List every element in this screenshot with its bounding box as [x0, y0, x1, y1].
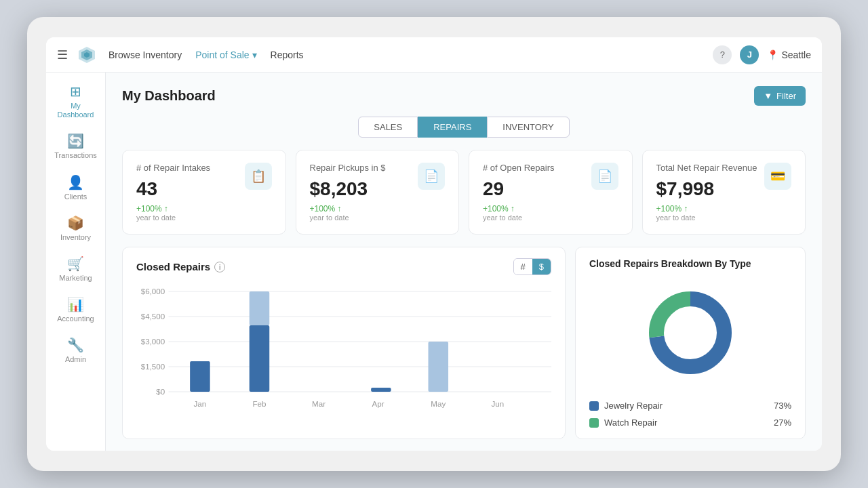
svg-text:Apr: Apr	[372, 400, 384, 408]
watch-color-swatch	[589, 418, 599, 428]
user-avatar[interactable]: J	[740, 45, 759, 64]
stat-label-net-revenue: Total Net Repair Revenue	[656, 163, 757, 173]
clients-icon: 👤	[67, 174, 84, 190]
svg-text:$3,000: $3,000	[141, 338, 165, 346]
stat-card-repair-pickups: Repair Pickups in $ $8,203 +100% ↑ year …	[296, 150, 460, 235]
nav-links: Browse Inventory Point of Sale ▾ Reports	[108, 49, 713, 60]
stat-value-open-repairs: 29	[483, 178, 555, 200]
stat-label-open-repairs: # of Open Repairs	[483, 163, 555, 173]
app-container: ☰ Browse Inventory Point of Sale ▾ Repor…	[46, 37, 822, 451]
sidebar-label-inventory: Inventory	[60, 233, 91, 242]
svg-text:Feb: Feb	[252, 400, 266, 408]
nav-browse-inventory[interactable]: Browse Inventory	[108, 49, 182, 60]
stat-cards: # of Repair Intakes 43 +100% ↑ year to d…	[122, 150, 806, 235]
sidebar-item-dashboard[interactable]: ⊞ My Dashboard	[50, 78, 102, 125]
nav-point-of-sale[interactable]: Point of Sale ▾	[195, 49, 256, 60]
stat-icon-repair-pickups: 📄	[418, 163, 445, 190]
svg-text:$0: $0	[156, 388, 165, 396]
chart-toggle: # $	[513, 258, 551, 275]
svg-text:$1,500: $1,500	[141, 363, 165, 371]
inventory-icon: 📦	[67, 215, 84, 231]
svg-rect-14	[250, 291, 270, 325]
svg-rect-13	[190, 361, 210, 392]
sidebar-item-transactions[interactable]: 🔄 Transactions	[50, 127, 102, 165]
location-selector[interactable]: 📍 Seattle	[767, 49, 811, 60]
page-title: My Dashboard	[122, 88, 216, 104]
accounting-icon: 📊	[67, 296, 84, 312]
sidebar-label-accounting: Accounting	[57, 314, 94, 323]
stat-period-net-revenue: year to date	[656, 214, 757, 222]
app-logo	[76, 44, 98, 66]
stat-change-open-repairs: +100% ↑	[483, 204, 555, 214]
sidebar-item-clients[interactable]: 👤 Clients	[50, 169, 102, 207]
bar-chart-card: Closed Repairs i # $	[122, 247, 566, 439]
stat-label-repair-intakes: # of Repair Intakes	[136, 163, 210, 173]
legend-label-watch: Watch Repair	[604, 418, 657, 428]
nav-right: ? J 📍 Seattle	[713, 45, 811, 64]
marketing-icon: 🛒	[67, 256, 84, 272]
bar-chart: $6,000 $4,500 $3,000 $1,500 $0	[136, 285, 551, 420]
jewelry-color-swatch	[589, 401, 599, 411]
legend-item-jewelry: Jewelry Repair 73%	[589, 401, 791, 411]
filter-button[interactable]: ▼ Filter	[754, 86, 806, 106]
dashboard-icon: ⊞	[70, 83, 81, 100]
stat-change-repair-pickups: +100% ↑	[310, 204, 386, 214]
stat-card-net-revenue: Total Net Repair Revenue $7,998 +100% ↑ …	[642, 150, 806, 235]
sidebar-label-transactions: Transactions	[54, 151, 97, 160]
sidebar-label-marketing: Marketing	[59, 274, 92, 283]
donut-chart-card: Closed Repairs Breakdown By Type	[575, 247, 806, 439]
svg-text:$6,000: $6,000	[141, 287, 165, 296]
tab-inventory[interactable]: INVENTORY	[487, 117, 569, 138]
svg-text:$4,500: $4,500	[141, 312, 165, 321]
svg-text:Mar: Mar	[312, 400, 326, 408]
arrow-up-icon: ↑	[684, 204, 688, 214]
tab-bar: SALES REPAIRS INVENTORY	[122, 117, 806, 138]
chart-toggle-dollar[interactable]: $	[532, 259, 551, 274]
donut-chart	[589, 279, 791, 387]
legend-label-jewelry: Jewelry Repair	[604, 401, 663, 411]
arrow-up-icon: ↑	[511, 204, 515, 214]
stat-period-open-repairs: year to date	[483, 214, 555, 222]
stat-card-repair-intakes: # of Repair Intakes 43 +100% ↑ year to d…	[122, 150, 286, 235]
stat-value-repair-pickups: $8,203	[310, 178, 386, 200]
main-content: My Dashboard ▼ Filter SALES REPAIRS INVE…	[106, 73, 822, 451]
chart-title: Closed Repairs i	[136, 261, 225, 272]
hamburger-icon[interactable]: ☰	[57, 47, 68, 62]
chevron-down-icon: ▾	[252, 49, 257, 60]
bottom-section: Closed Repairs i # $	[122, 247, 806, 439]
sidebar-item-accounting[interactable]: 📊 Accounting	[50, 291, 102, 329]
sidebar-item-marketing[interactable]: 🛒 Marketing	[50, 250, 102, 288]
legend-item-watch: Watch Repair 27%	[589, 418, 791, 428]
nav-reports[interactable]: Reports	[271, 49, 304, 60]
stat-value-repair-intakes: 43	[136, 178, 210, 200]
stat-change-repair-intakes: +100% ↑	[136, 204, 210, 214]
top-nav: ☰ Browse Inventory Point of Sale ▾ Repor…	[46, 37, 822, 73]
chart-header: Closed Repairs i # $	[136, 258, 551, 275]
tab-repairs[interactable]: REPAIRS	[418, 117, 487, 138]
donut-chart-title: Closed Repairs Breakdown By Type	[589, 258, 791, 269]
sidebar: ⊞ My Dashboard 🔄 Transactions 👤 Clients …	[46, 73, 106, 451]
sidebar-item-inventory[interactable]: 📦 Inventory	[50, 209, 102, 247]
stat-value-net-revenue: $7,998	[656, 178, 757, 200]
device-frame: ☰ Browse Inventory Point of Sale ▾ Repor…	[27, 17, 841, 471]
svg-text:Jun: Jun	[492, 400, 505, 408]
info-icon[interactable]: i	[214, 262, 225, 272]
svg-rect-16	[371, 388, 391, 392]
stat-icon-repair-intakes: 📋	[245, 163, 272, 190]
stat-period-repair-intakes: year to date	[136, 214, 210, 222]
page-header: My Dashboard ▼ Filter	[122, 86, 806, 106]
stat-label-repair-pickups: Repair Pickups in $	[310, 163, 386, 173]
tab-sales[interactable]: SALES	[358, 117, 418, 138]
stat-period-repair-pickups: year to date	[310, 214, 386, 222]
help-button[interactable]: ?	[713, 45, 732, 64]
stat-icon-net-revenue: 💳	[764, 163, 791, 190]
chart-toggle-hash[interactable]: #	[514, 259, 532, 274]
filter-icon: ▼	[764, 91, 772, 101]
donut-svg	[636, 279, 745, 387]
chart-legend: Jewelry Repair 73% Watch Repair 27%	[589, 401, 791, 428]
sidebar-item-admin[interactable]: 🔧 Admin	[50, 331, 102, 369]
sidebar-label-admin: Admin	[65, 355, 86, 364]
transactions-icon: 🔄	[67, 133, 84, 149]
bar-chart-svg: $6,000 $4,500 $3,000 $1,500 $0	[136, 285, 551, 420]
svg-text:May: May	[431, 400, 446, 408]
